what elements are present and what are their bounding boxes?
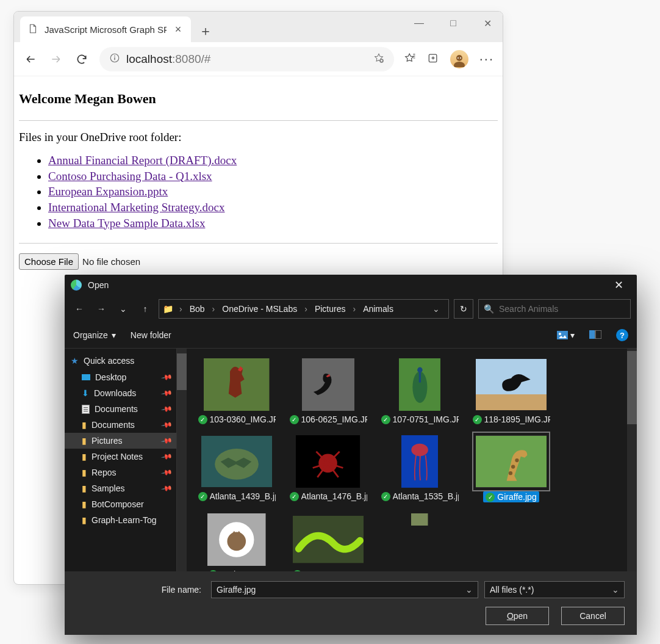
divider xyxy=(19,120,498,121)
svg-point-2 xyxy=(114,55,115,56)
nav-recent-dropdown[interactable]: ⌄ xyxy=(115,300,132,317)
tab-title: JavaScript Microsoft Graph SPA xyxy=(45,24,167,35)
preview-pane-button[interactable] xyxy=(589,330,601,341)
nav-up-button[interactable]: ↑ xyxy=(137,300,154,317)
collections-icon[interactable] xyxy=(427,52,439,67)
sync-status-icon: ✓ xyxy=(381,492,390,501)
sidebar-item-label: Project Notes xyxy=(91,452,143,461)
view-mode-button[interactable]: ▾ xyxy=(557,330,575,340)
folder-icon: ▮ xyxy=(82,436,87,446)
breadcrumb-segment[interactable]: Pictures xyxy=(314,304,347,314)
sidebar-item[interactable]: ▮Samples📌 xyxy=(65,480,176,496)
download-icon: ⬇ xyxy=(82,388,89,398)
new-tab-button[interactable]: ＋ xyxy=(195,20,217,42)
file-thumbnail[interactable]: ✓Atlanta_1535_B.jpg xyxy=(381,435,459,502)
quick-access-header[interactable]: ★ Quick access xyxy=(65,352,176,369)
sync-status-icon: ✓ xyxy=(473,415,482,424)
cancel-button[interactable]: Cancel xyxy=(561,607,625,625)
window-maximize-button[interactable]: □ xyxy=(447,18,460,29)
pin-icon: 📌 xyxy=(160,482,173,494)
profile-avatar[interactable] xyxy=(450,50,468,68)
favorite-add-icon[interactable] xyxy=(373,52,384,66)
chevron-down-icon[interactable]: ⌄ xyxy=(465,585,473,595)
file-open-dialog: Open ✕ ← → ⌄ ↑ 📁 › Bob › OneDrive - MSLa… xyxy=(65,275,637,635)
breadcrumb-segment[interactable]: Animals xyxy=(362,304,395,314)
file-name-label: Atlanta_1439_B.jpg xyxy=(210,491,276,501)
favorites-icon[interactable] xyxy=(404,52,416,67)
organize-menu[interactable]: Organize ▾ xyxy=(73,330,116,340)
sidebar-scrollbar[interactable] xyxy=(177,349,187,571)
file-thumbnail[interactable]: ✓Hathor.JPG xyxy=(198,513,276,571)
nav-forward-button[interactable]: → xyxy=(93,300,110,317)
sidebar-item[interactable]: Documents📌 xyxy=(65,401,176,417)
sidebar-item[interactable]: Desktop📌 xyxy=(65,369,176,385)
tab-close-button[interactable]: × xyxy=(173,23,184,36)
document-icon xyxy=(82,405,90,414)
filter-select[interactable]: All files (*.*)⌄ xyxy=(484,581,625,598)
file-name-input[interactable]: Giraffe.jpg⌄ xyxy=(211,581,478,598)
file-link[interactable]: Contoso Purchasing Data - Q1.xlsx xyxy=(48,170,212,183)
file-thumbnail[interactable]: ✓Atlanta_1476_B.jpg xyxy=(289,435,367,502)
svg-rect-20 xyxy=(476,394,547,410)
chevron-down-icon: ▾ xyxy=(112,330,116,340)
file-name-label: 107-0751_IMG.JPG xyxy=(393,414,459,424)
sync-status-icon: ✓ xyxy=(198,492,207,501)
choose-file-button[interactable]: Choose File xyxy=(19,253,79,270)
forward-button[interactable] xyxy=(48,51,64,67)
sidebar-item[interactable]: ⬇Downloads📌 xyxy=(65,385,176,401)
star-icon: ★ xyxy=(71,356,79,366)
file-thumbnail[interactable]: ✓Giraffe.jpg xyxy=(472,435,550,502)
window-close-button[interactable]: ✕ xyxy=(481,18,494,29)
site-info-icon[interactable] xyxy=(109,52,120,66)
browser-scrollbar[interactable] xyxy=(627,349,637,571)
sidebar-item-label: Samples xyxy=(91,483,124,493)
svg-point-6 xyxy=(454,62,465,67)
file-thumbnail[interactable]: ✓IMG_4575.JPG xyxy=(289,513,367,571)
thumbnail-image xyxy=(293,435,364,488)
breadcrumb-separator: › xyxy=(209,304,219,314)
browser-tab[interactable]: JavaScript Microsoft Graph SPA × xyxy=(20,16,191,42)
app-menu-button[interactable]: ··· xyxy=(479,51,494,67)
breadcrumb-segment[interactable]: Bob xyxy=(188,304,206,314)
search-input-container[interactable]: 🔍 xyxy=(478,299,631,319)
nav-refresh-button[interactable]: ↻ xyxy=(454,299,473,319)
sidebar-item[interactable]: ▮Repos📌 xyxy=(65,465,176,480)
window-minimize-button[interactable]: — xyxy=(412,18,426,29)
breadcrumb-path[interactable]: 📁 › Bob › OneDrive - MSLabs › Pictures ›… xyxy=(159,299,449,319)
file-thumbnail[interactable]: ✓103-0360_IMG.JPG xyxy=(198,358,276,424)
file-thumbnail[interactable]: ✓107-0751_IMG.JPG xyxy=(381,358,459,424)
breadcrumb-dropdown[interactable]: ⌄ xyxy=(428,304,445,314)
help-button[interactable]: ? xyxy=(616,329,628,341)
svg-rect-1 xyxy=(114,57,115,60)
sync-status-icon: ✓ xyxy=(486,493,495,502)
svg-rect-35 xyxy=(411,513,428,526)
thumbnail-image xyxy=(201,358,272,411)
address-bar[interactable]: localhost:8080/# xyxy=(99,47,394,71)
refresh-button[interactable] xyxy=(74,51,90,67)
file-link[interactable]: Annual Financial Report (DRAFT).docx xyxy=(48,154,237,167)
new-folder-button[interactable]: New folder xyxy=(131,330,171,340)
file-link[interactable]: International Marketing Strategy.docx xyxy=(48,201,224,214)
breadcrumb-segment[interactable]: OneDrive - MSLabs xyxy=(221,304,298,314)
breadcrumb-separator: › xyxy=(349,304,359,314)
thumbnail-image xyxy=(293,513,364,566)
file-thumbnail[interactable]: ✓106-0625_IMG.JPG xyxy=(289,358,367,424)
dialog-close-button[interactable]: ✕ xyxy=(606,278,631,292)
file-link[interactable]: European Expansion.pptx xyxy=(48,185,168,198)
thumbnail-image xyxy=(201,513,272,566)
file-thumbnail[interactable]: ✓Atlanta_1439_B.jpg xyxy=(198,435,276,502)
file-link-item: Contoso Purchasing Data - Q1.xlsx xyxy=(48,168,498,184)
search-input[interactable] xyxy=(499,304,625,314)
file-thumbnail[interactable]: ✓118-1895_IMG.JPG xyxy=(472,358,550,424)
file-thumbnail[interactable] xyxy=(381,513,459,571)
open-button[interactable]: Open xyxy=(486,607,549,625)
file-link[interactable]: New Data Type Sample Data.xlsx xyxy=(48,217,205,230)
sidebar-item[interactable]: ▮BotComposer xyxy=(65,496,176,512)
sidebar-item[interactable]: ▮Project Notes📌 xyxy=(65,449,176,465)
sidebar-item[interactable]: ▮Graph-Learn-Tog xyxy=(65,512,176,528)
sidebar-item[interactable]: ▮Pictures📌 xyxy=(65,433,176,449)
file-link-item: New Data Type Sample Data.xlsx xyxy=(48,215,498,231)
sidebar-item[interactable]: ▮Documents📌 xyxy=(65,417,176,433)
back-button[interactable] xyxy=(23,51,38,67)
nav-back-button[interactable]: ← xyxy=(71,300,88,317)
